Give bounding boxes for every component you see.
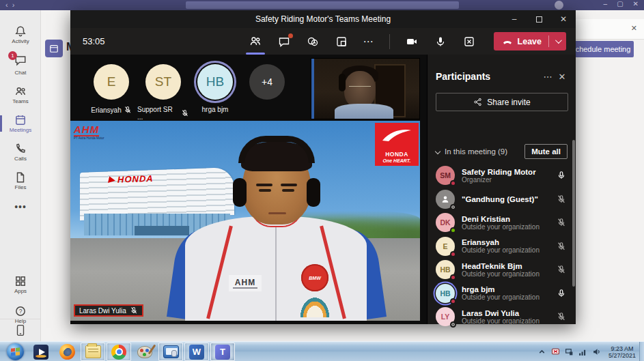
avatar[interactable] <box>555 1 563 10</box>
camera-button[interactable] <box>405 35 419 48</box>
maximize-icon <box>536 16 542 23</box>
stage-overflow[interactable]: +4 <box>241 64 293 121</box>
search-input[interactable] <box>186 1 459 9</box>
notification-banner: ✕ <box>576 19 644 40</box>
scrollbar[interactable] <box>572 140 575 287</box>
sidebar-item-files[interactable]: Files <box>0 171 41 190</box>
chat-button[interactable] <box>277 35 291 48</box>
start-button[interactable] <box>3 343 27 361</box>
sidebar-item-chat[interactable]: 1 Chat <box>0 54 41 76</box>
presence-badge <box>450 251 456 257</box>
action-center-icon[interactable] <box>551 347 561 357</box>
mobile-device-icon[interactable] <box>0 319 41 341</box>
taskbar-presenter[interactable] <box>158 343 183 361</box>
taskbar-paint[interactable] <box>132 343 157 361</box>
schedule-meeting-button[interactable]: chedule meeting <box>572 41 634 57</box>
stage-participant[interactable]: ST Support SR ... <box>137 64 189 121</box>
sidebar-item-calls[interactable]: Calls <box>0 143 41 162</box>
help-icon: ? <box>14 305 27 317</box>
taskbar-media-player[interactable] <box>29 343 53 361</box>
taskbar-firefox[interactable] <box>55 343 79 361</box>
participant-row[interactable]: "Gandhung (Guest)" <box>428 188 572 212</box>
video-name-label: Laras Dwi Yulia <box>74 304 143 317</box>
mic-icon[interactable] <box>557 171 566 180</box>
mic-button[interactable] <box>434 35 447 48</box>
stage-participant[interactable]: E Eriansyah <box>85 64 137 121</box>
avatar-row: E Eriansyah ST Support SR ... HB hrga bj… <box>85 64 293 121</box>
section-label: In this meeting (9) <box>445 147 507 156</box>
maximize-button[interactable] <box>527 10 551 28</box>
participants-button[interactable] <box>249 35 262 48</box>
share-screen-button[interactable] <box>462 35 476 48</box>
chrome-icon <box>111 345 126 360</box>
participant-row[interactable]: E EriansyahOutside your organization <box>428 235 572 259</box>
main-video-feed[interactable]: HONDA <box>70 121 420 321</box>
ahm-watermark: AHM PT Astra Honda Motor <box>74 124 104 140</box>
section-chevron-icon[interactable] <box>435 149 440 154</box>
avatar: HB <box>436 284 455 303</box>
taskbar-file-explorer[interactable] <box>81 343 105 361</box>
jacket-ahm-patch: AHM <box>229 275 262 291</box>
minimize-button[interactable]: – <box>502 10 527 28</box>
sidebar-item-teams[interactable]: Teams <box>0 85 41 104</box>
panel-more-button[interactable]: ⋯ <box>540 72 555 82</box>
teams-titlebar: ‹› –▢✕ <box>0 0 644 10</box>
banner-close-icon[interactable]: ✕ <box>631 24 637 33</box>
panel-title: Participants <box>436 71 490 82</box>
presence-badge <box>450 227 456 233</box>
word-icon: W <box>189 345 204 360</box>
sidebar-item-meetings[interactable]: Meetings <box>0 114 41 133</box>
mic-muted-icon[interactable] <box>557 242 566 251</box>
sidebar-item-activity[interactable]: Activity <box>0 25 41 44</box>
avatar: E <box>436 237 455 256</box>
show-desktop-button[interactable] <box>639 342 644 361</box>
share-invite-button[interactable]: Share invite <box>436 93 568 111</box>
mic-muted-icon[interactable] <box>557 194 566 204</box>
more-actions-button[interactable]: ⋯ <box>363 35 374 48</box>
taskbar-chrome[interactable] <box>107 343 131 361</box>
speaker-person: AHM BMW <box>70 121 420 321</box>
avatar: SM <box>436 166 455 185</box>
teams-window-controls[interactable]: –▢✕ <box>604 0 639 8</box>
participant-list: SM Safety Riding MotorOrganizer "Gandhun… <box>428 164 572 329</box>
more-icon: ••• <box>14 201 27 212</box>
breakout-rooms-button[interactable] <box>335 35 348 48</box>
mic-muted-icon[interactable] <box>557 265 566 274</box>
sidebar-more[interactable]: ••• <box>0 201 41 212</box>
calendar-icon <box>14 114 27 126</box>
mic-muted-icon[interactable] <box>557 218 566 227</box>
taskbar-teams[interactable]: T <box>210 343 235 361</box>
leave-options-button[interactable] <box>549 39 566 44</box>
self-video-thumbnail[interactable] <box>311 58 420 119</box>
network-icon[interactable] <box>565 347 574 357</box>
leave-button[interactable]: Leave <box>494 32 566 50</box>
chat-badge: 1 <box>8 51 17 60</box>
panel-close-button[interactable]: ✕ <box>555 72 569 82</box>
close-button[interactable]: ✕ <box>551 10 576 28</box>
participant-row[interactable]: HB HeadTeknik BjmOutside your organizati… <box>428 258 572 282</box>
participant-row[interactable]: LY Laras Dwi YuliaOutside your organizat… <box>428 305 572 329</box>
participant-row[interactable]: DK Deni KristianOutside your organizatio… <box>428 211 572 235</box>
jacket-red-badge: BMW <box>301 264 328 291</box>
participant-row[interactable]: SM Safety Riding MotorOrganizer <box>428 164 572 188</box>
volume-icon[interactable] <box>592 347 602 357</box>
meeting-stage: E Eriansyah ST Support SR ... HB hrga bj… <box>70 55 427 324</box>
mic-icon[interactable] <box>557 289 566 298</box>
participant-row[interactable]: HB hrga bjmOutside your organization <box>428 282 572 306</box>
signal-icon[interactable] <box>578 347 588 357</box>
meeting-titlebar: Safety Riding Motor's Teams Meeting – ✕ <box>70 10 576 28</box>
teams-content-right <box>576 10 644 341</box>
reactions-button[interactable] <box>306 35 320 48</box>
mute-all-button[interactable]: Mute all <box>524 144 568 159</box>
jacket-bird-logo <box>300 297 330 317</box>
mic-muted-icon[interactable] <box>557 312 566 321</box>
toolbar-divider <box>389 34 390 49</box>
windows-logo-icon <box>7 343 24 360</box>
taskbar-word[interactable]: W <box>184 343 209 361</box>
nav-arrows-icon[interactable]: ‹› <box>5 1 18 9</box>
apps-grid-icon <box>14 275 27 287</box>
clock[interactable]: 9:23 AM 5/27/2021 <box>606 345 639 359</box>
stage-participant[interactable]: HB hrga bjm <box>189 64 241 121</box>
sidebar-item-apps[interactable]: Apps <box>0 275 41 294</box>
hidden-icons-button[interactable] <box>537 347 547 357</box>
